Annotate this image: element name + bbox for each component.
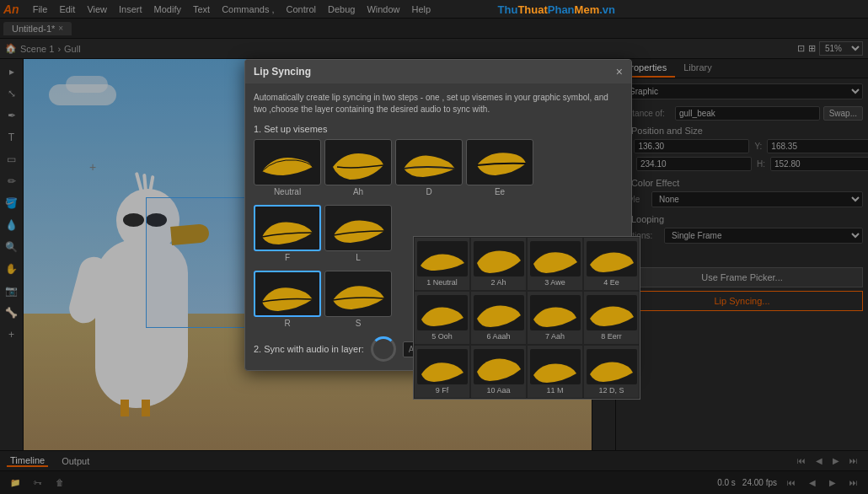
step2-label: 2. Sync with audio in layer: xyxy=(254,344,364,354)
viseme-f-label: F xyxy=(285,253,290,262)
viseme-s-label: S xyxy=(356,319,362,328)
vex-1neutral[interactable]: 1 Neutral xyxy=(414,237,470,291)
vex-3awe-label: 3 Awe xyxy=(544,278,565,287)
viseme-neutral-svg xyxy=(258,142,317,184)
watermark-text: ThuThuatPhanMem.vn xyxy=(498,3,615,16)
viseme-s-thumb xyxy=(324,271,392,317)
vex-3awe-thumb xyxy=(530,241,581,277)
vex-6aaah-thumb xyxy=(474,295,524,330)
step1-label: 1. Set up visemes xyxy=(254,124,623,134)
viseme-ee-label: Ee xyxy=(495,187,505,196)
viseme-d-thumb xyxy=(395,139,463,185)
vex-8eerr-label: 8 Eerr xyxy=(601,332,622,341)
vex-grid: 1 Neutral 2 Ah 3 Awe 4 Ee 5 Ooh xyxy=(414,237,640,399)
viseme-ee-svg xyxy=(470,142,529,184)
vex-3awe[interactable]: 3 Awe xyxy=(527,237,583,291)
viseme-l-thumb xyxy=(324,205,392,251)
vex-11m[interactable]: 11 M xyxy=(527,345,583,399)
viseme-ah-label: Ah xyxy=(353,187,363,196)
viseme-d[interactable]: D xyxy=(395,139,463,196)
viseme-ee-thumb xyxy=(466,139,533,185)
viseme-f-svg xyxy=(258,207,317,250)
viseme-f[interactable]: F xyxy=(254,205,321,262)
watermark: ThuThuatPhanMem.vn xyxy=(498,3,615,16)
viseme-ah-thumb xyxy=(324,139,392,185)
vex-6aaah-label: 6 Aaah xyxy=(486,332,510,341)
dialog-title: Lip Syncing xyxy=(254,66,311,78)
viseme-s[interactable]: S xyxy=(324,271,392,328)
vex-2ah[interactable]: 2 Ah xyxy=(470,237,527,291)
viseme-neutral-label: Neutral xyxy=(274,187,301,196)
viseme-d-label: D xyxy=(426,187,431,196)
vex-11m-label: 11 M xyxy=(546,386,563,395)
vex-6aaah[interactable]: 6 Aaah xyxy=(470,291,527,345)
vex-11m-thumb xyxy=(530,349,581,384)
vex-10aaa-thumb xyxy=(474,349,524,384)
vex-7aah-label: 7 Aah xyxy=(545,332,565,341)
vex-9ff-label: 9 Ff xyxy=(436,386,449,395)
viseme-l-label: L xyxy=(356,253,361,262)
vex-4ee[interactable]: 4 Ee xyxy=(583,237,640,291)
vex-4ee-label: 4 Ee xyxy=(603,278,619,287)
viseme-r-thumb xyxy=(254,271,321,317)
viseme-r[interactable]: R xyxy=(254,271,321,328)
viseme-l-svg xyxy=(329,207,388,250)
vex-5ooh-thumb xyxy=(417,295,468,330)
vex-1neutral-label: 1 Neutral xyxy=(426,278,458,287)
viseme-row-1: Neutral Ah xyxy=(254,139,623,196)
vex-2ah-label: 2 Ah xyxy=(490,278,506,287)
vex-7aah-thumb xyxy=(530,295,581,330)
vex-8eerr-thumb xyxy=(587,295,637,330)
viseme-neutral[interactable]: Neutral xyxy=(254,139,321,196)
viseme-extended-panel: 1 Neutral 2 Ah 3 Awe 4 Ee 5 Ooh xyxy=(413,236,640,400)
dialog-description: Automatically create lip syncing in two … xyxy=(254,92,623,115)
viseme-ee[interactable]: Ee xyxy=(466,139,533,196)
vex-12ds-thumb xyxy=(587,349,637,384)
vex-4ee-thumb xyxy=(587,241,637,277)
vex-7aah[interactable]: 7 Aah xyxy=(527,291,583,345)
vex-5ooh-label: 5 Ooh xyxy=(431,332,453,341)
vex-9ff[interactable]: 9 Ff xyxy=(414,345,470,399)
vex-12ds[interactable]: 12 D, S xyxy=(583,345,640,399)
viseme-r-svg xyxy=(258,273,317,315)
loading-spinner xyxy=(371,336,396,362)
vex-1neutral-thumb xyxy=(417,241,468,277)
viseme-d-svg xyxy=(399,142,458,184)
dialog-titlebar: Lip Syncing × xyxy=(245,60,631,83)
viseme-f-thumb xyxy=(254,205,321,251)
vex-10aaa-label: 10 Aaa xyxy=(486,386,510,395)
viseme-l[interactable]: L xyxy=(324,205,392,262)
vex-5ooh[interactable]: 5 Ooh xyxy=(414,291,470,345)
viseme-ah[interactable]: Ah xyxy=(324,139,392,196)
vex-12ds-label: 12 D, S xyxy=(598,386,624,395)
vex-2ah-thumb xyxy=(474,241,524,277)
dialog-close-button[interactable]: × xyxy=(616,65,623,78)
vex-9ff-thumb xyxy=(417,349,468,384)
viseme-s-svg xyxy=(329,273,388,315)
viseme-r-label: R xyxy=(284,319,290,328)
vex-10aaa[interactable]: 10 Aaa xyxy=(470,345,527,399)
vex-8eerr[interactable]: 8 Eerr xyxy=(583,291,640,345)
viseme-neutral-thumb xyxy=(254,139,321,185)
viseme-ah-svg xyxy=(329,142,388,184)
